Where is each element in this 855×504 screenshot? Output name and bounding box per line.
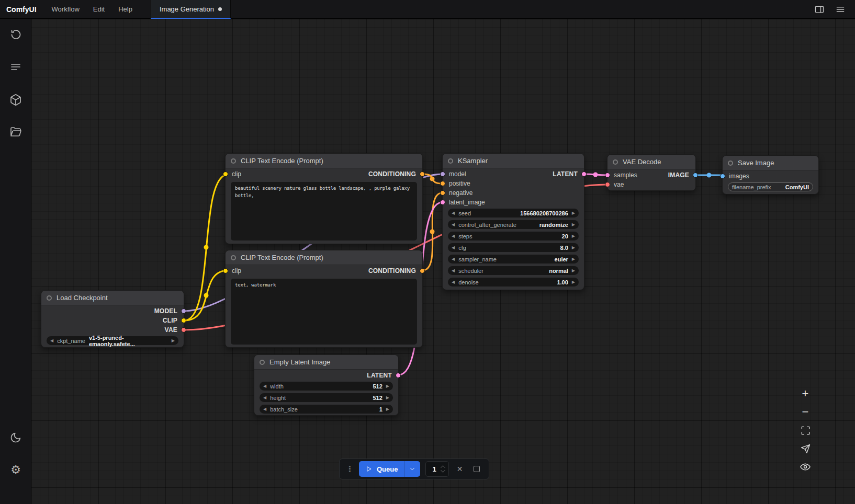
port-images-input[interactable] <box>720 174 725 179</box>
node-canvas[interactable]: Load Checkpoint MODEL CLIP VAE ◀ ckpt_na… <box>31 19 855 504</box>
widget-denoise[interactable]: ◀ denoise 1.00 ▶ <box>448 278 579 287</box>
node-title-bar[interactable]: KSampler <box>443 154 584 168</box>
widget-ckpt-name[interactable]: ◀ ckpt_name v1-5-pruned-emaonly.safete..… <box>47 336 178 345</box>
settings-icon[interactable]: ⚙ <box>9 463 22 477</box>
stepper-left-icon[interactable]: ◀ <box>263 384 266 388</box>
zoom-in-icon[interactable]: + <box>799 388 812 399</box>
port-clip-input[interactable] <box>223 268 228 273</box>
queue-button-main[interactable]: Queue <box>359 461 404 477</box>
stepper-left-icon[interactable]: ◀ <box>452 257 455 261</box>
stepper-left-icon[interactable]: ◀ <box>452 223 455 227</box>
stepper-right-icon[interactable]: ▶ <box>572 269 575 273</box>
node-title-bar[interactable]: Save Image <box>723 156 818 170</box>
node-save-image[interactable]: Save Image images filename_prefix ComfyU… <box>722 155 819 194</box>
port-latent-output[interactable] <box>396 373 401 378</box>
hamburger-menu-icon[interactable] <box>834 3 847 16</box>
port-vae-input[interactable] <box>605 182 610 187</box>
stepper-right-icon[interactable]: ▶ <box>572 223 575 227</box>
stepper-left-icon[interactable]: ◀ <box>452 211 455 215</box>
select-tool-icon[interactable] <box>799 443 812 454</box>
stop-icon[interactable] <box>471 463 482 475</box>
widget-height[interactable]: ◀ height 512 ▶ <box>260 393 393 402</box>
stepper-right-icon[interactable]: ▶ <box>572 257 575 261</box>
port-clip-input[interactable] <box>223 171 228 177</box>
port-image-output[interactable] <box>693 173 698 178</box>
port-samples-input[interactable] <box>605 173 610 178</box>
stepper-left-icon[interactable]: ◀ <box>50 339 53 343</box>
stepper-right-icon[interactable]: ▶ <box>572 211 575 215</box>
stepper-left-icon[interactable]: ◀ <box>263 407 266 411</box>
node-title-bar[interactable]: CLIP Text Encode (Prompt) <box>226 250 422 265</box>
prompt-textarea[interactable]: text, watermark <box>231 279 417 345</box>
logs-icon[interactable] <box>9 61 22 74</box>
model-library-icon[interactable] <box>9 93 22 107</box>
stepper-right-icon[interactable]: ▶ <box>572 280 575 284</box>
prompt-textarea[interactable]: beautiful scenery nature glass bottle la… <box>231 182 417 240</box>
node-title-bar[interactable]: CLIP Text Encode (Prompt) <box>226 154 422 168</box>
stepper-down-icon[interactable] <box>440 469 446 473</box>
collapse-dot[interactable] <box>728 161 733 166</box>
port-latent-output[interactable] <box>581 171 587 177</box>
menu-help[interactable]: Help <box>111 0 139 19</box>
tab-image-generation[interactable]: Image Generation <box>151 0 231 19</box>
collapse-dot[interactable] <box>260 360 265 365</box>
widget-scheduler[interactable]: ◀ scheduler normal ▶ <box>448 266 579 275</box>
widget-cfg[interactable]: ◀ cfg 8.0 ▶ <box>448 243 579 252</box>
node-ksampler[interactable]: KSampler model LATENT positive negative … <box>442 153 584 290</box>
menu-workflow[interactable]: Workflow <box>45 0 86 19</box>
widget-sampler-name[interactable]: ◀ sampler_name euler ▶ <box>448 255 579 264</box>
history-icon[interactable] <box>9 28 22 42</box>
workflows-icon[interactable] <box>9 125 22 139</box>
port-model-input[interactable] <box>440 171 445 177</box>
stepper-up-icon[interactable] <box>440 465 446 468</box>
stepper-left-icon[interactable]: ◀ <box>452 234 455 238</box>
port-model-output[interactable] <box>181 308 186 314</box>
theme-toggle-icon[interactable] <box>9 431 22 444</box>
widget-control-after-generate[interactable]: ◀ control_after_generate randomize ▶ <box>448 220 579 229</box>
queue-button[interactable]: Queue <box>359 461 420 477</box>
stepper-right-icon[interactable]: ▶ <box>386 396 389 400</box>
queue-options-chevron-icon[interactable] <box>404 461 420 477</box>
stepper-right-icon[interactable]: ▶ <box>172 339 175 343</box>
drag-handle-icon[interactable]: ⋮ <box>346 464 354 474</box>
stepper-right-icon[interactable]: ▶ <box>572 234 575 238</box>
port-clip-output[interactable] <box>181 318 186 323</box>
collapse-dot[interactable] <box>47 295 52 301</box>
node-title-bar[interactable]: Load Checkpoint <box>41 291 184 305</box>
zoom-out-icon[interactable]: − <box>799 406 812 418</box>
port-conditioning-output[interactable] <box>420 268 425 273</box>
panel-toggle-icon[interactable] <box>813 3 826 16</box>
port-negative-input[interactable] <box>440 190 445 196</box>
collapse-dot[interactable] <box>613 159 618 165</box>
port-vae-output[interactable] <box>181 327 186 333</box>
node-empty-latent-image[interactable]: Empty Latent Image LATENT ◀ width 512 ▶ … <box>254 354 399 416</box>
fit-view-icon[interactable] <box>799 425 812 436</box>
stepper-left-icon[interactable]: ◀ <box>452 246 455 250</box>
port-latent-image-input[interactable] <box>440 200 445 205</box>
collapse-dot[interactable] <box>448 158 453 164</box>
port-positive-input[interactable] <box>440 181 445 186</box>
stepper-right-icon[interactable]: ▶ <box>572 246 575 250</box>
node-title-bar[interactable]: VAE Decode <box>608 155 695 169</box>
node-load-checkpoint[interactable]: Load Checkpoint MODEL CLIP VAE ◀ ckpt_na… <box>41 290 184 348</box>
stepper-right-icon[interactable]: ▶ <box>386 407 389 411</box>
node-vae-decode[interactable]: VAE Decode samples IMAGE vae <box>607 154 696 191</box>
clear-queue-icon[interactable]: ✕ <box>454 463 466 475</box>
port-conditioning-output[interactable] <box>420 171 425 177</box>
widget-batch-size[interactable]: ◀ batch_size 1 ▶ <box>260 405 393 414</box>
stepper-left-icon[interactable]: ◀ <box>452 269 455 273</box>
node-clip-text-encode-positive[interactable]: CLIP Text Encode (Prompt) clip CONDITION… <box>225 153 423 244</box>
widget-width[interactable]: ◀ width 512 ▶ <box>260 382 393 391</box>
menu-edit[interactable]: Edit <box>86 0 111 19</box>
stepper-right-icon[interactable]: ▶ <box>386 384 389 388</box>
node-title-bar[interactable]: Empty Latent Image <box>254 355 398 370</box>
widget-steps[interactable]: ◀ steps 20 ▶ <box>448 232 579 240</box>
node-clip-text-encode-negative[interactable]: CLIP Text Encode (Prompt) clip CONDITION… <box>225 250 423 348</box>
collapse-dot[interactable] <box>231 255 236 260</box>
app-logo[interactable]: ComfyUI <box>0 0 45 18</box>
collapse-dot[interactable] <box>231 158 236 164</box>
toggle-links-icon[interactable] <box>799 461 812 473</box>
stepper-left-icon[interactable]: ◀ <box>263 396 266 400</box>
widget-filename-prefix[interactable]: filename_prefix ComfyUI <box>728 182 813 191</box>
batch-count-stepper[interactable]: 1 <box>425 461 448 477</box>
